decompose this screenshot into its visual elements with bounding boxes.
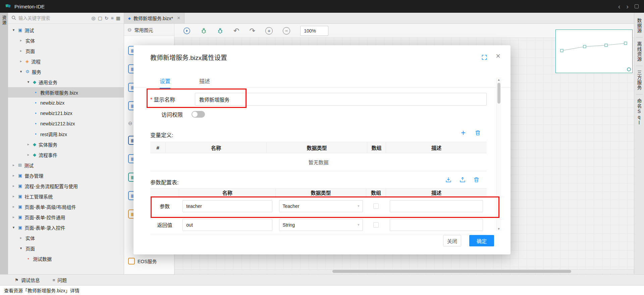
tree-item[interactable]: ●newbiz.bizx: [8, 98, 124, 108]
param-name-input[interactable]: [182, 219, 272, 231]
param-name-input[interactable]: [182, 200, 272, 212]
chevron-down-icon[interactable]: ▾: [26, 80, 31, 84]
palette-footer-item[interactable]: EOS服务: [128, 258, 157, 264]
close-button[interactable]: 关闭: [443, 235, 461, 246]
delete-variable-icon[interactable]: [475, 130, 481, 136]
minimap[interactable]: [555, 30, 633, 73]
debug-icon[interactable]: [217, 27, 223, 34]
chevron-right-icon[interactable]: ▸: [26, 142, 31, 146]
chevron-down-icon[interactable]: ▾: [11, 225, 16, 230]
nav-forward-icon[interactable]: ›: [626, 3, 629, 10]
right-rail-tab-1[interactable]: 数据源: [636, 14, 643, 38]
tree-item[interactable]: ▸▣流程-业务流程配置与使用: [8, 181, 124, 191]
redo-icon[interactable]: ↷: [250, 27, 256, 35]
left-rail-tab-resources[interactable]: 资源: [1, 15, 7, 25]
chevron-right-icon[interactable]: ▸: [19, 49, 23, 53]
tree-item[interactable]: ▸▣督办管理: [8, 170, 124, 181]
tab-problems[interactable]: ≡ 问题: [53, 277, 67, 283]
access-toggle[interactable]: [192, 111, 205, 118]
bullet-icon: ●: [26, 257, 31, 260]
tree-item[interactable]: ●教师新增服务.bizx: [8, 87, 124, 98]
tree-item[interactable]: ▾◆通用业务: [8, 77, 124, 87]
editor-tab[interactable]: ◆ 教师新增服务.bizx* ×: [124, 13, 184, 23]
tree-item[interactable]: ▾▣测试: [8, 25, 124, 35]
locate-icon[interactable]: ◎: [91, 16, 95, 20]
collapse-all-icon[interactable]: ▢: [98, 16, 102, 20]
chevron-right-icon[interactable]: ▸: [26, 153, 31, 157]
undo-icon[interactable]: ↶: [233, 27, 239, 35]
chevron-right-icon[interactable]: ▸: [11, 215, 16, 219]
param-type-select[interactable]: Teacher▾: [279, 200, 363, 212]
tree-item[interactable]: ▸▣社工管理系统: [8, 191, 124, 201]
scroll-down-icon[interactable]: ▾: [496, 227, 501, 231]
fullscreen-icon[interactable]: [482, 55, 487, 60]
tree-item[interactable]: ▸◈流程: [8, 56, 124, 66]
tree-item[interactable]: ▸实体: [8, 233, 124, 243]
tab-settings[interactable]: 设置: [160, 77, 170, 88]
search-input[interactable]: [18, 16, 89, 21]
close-icon[interactable]: ×: [496, 51, 500, 61]
scroll-up-icon[interactable]: ▴: [496, 77, 501, 82]
sort-list-icon[interactable]: ≡: [111, 16, 114, 20]
zoom-level-select[interactable]: 100%: [300, 26, 328, 36]
right-rail-tab-3[interactable]: 三方服务: [636, 66, 643, 95]
close-tab-icon[interactable]: ×: [177, 15, 180, 21]
param-array-checkbox[interactable]: [373, 203, 379, 209]
zoom-out-icon[interactable]: −: [283, 27, 290, 35]
params-table: 名称数据类型数组描述 参数Teacher▾返回值String▾: [150, 188, 487, 234]
zoom-in-icon[interactable]: +: [265, 27, 273, 35]
tree-item[interactable]: ▾▣页面-表单-录入控件: [8, 222, 124, 233]
tree-item[interactable]: ●测试数据: [8, 253, 124, 264]
tree-item[interactable]: ●rest调用.bizx: [8, 129, 124, 139]
chevron-right-icon[interactable]: ▸: [11, 173, 16, 178]
tab-description[interactable]: 描述: [199, 77, 210, 88]
tree-item[interactable]: ▸⊞测试: [8, 160, 124, 170]
chevron-down-icon[interactable]: ▾: [11, 28, 16, 32]
params-table-body: 参数Teacher▾返回值String▾: [150, 197, 487, 234]
required-mark: *: [150, 97, 152, 103]
tree-item[interactable]: ●newbiz121.bizx: [8, 108, 124, 118]
tab-debug-info[interactable]: ⚑ 调试信息: [15, 277, 40, 283]
collapse-section-icon[interactable]: ⊖: [127, 27, 132, 33]
chevron-down-icon[interactable]: ▾: [19, 246, 23, 250]
horizontal-scrollbar[interactable]: [174, 269, 634, 274]
display-name-input[interactable]: [195, 93, 487, 106]
tree-item[interactable]: ▾页面: [8, 243, 124, 253]
confirm-button[interactable]: 确定: [469, 235, 494, 246]
tree-item[interactable]: ▸▣页面-表单-控件通用: [8, 212, 124, 222]
chevron-right-icon[interactable]: ▸: [19, 236, 23, 240]
scrollbar-thumb[interactable]: [497, 83, 500, 104]
chevron-right-icon[interactable]: ▸: [19, 38, 23, 43]
right-rail-tab-2[interactable]: 离线资源: [636, 38, 643, 66]
horizontal-scrollbar-thumb[interactable]: [332, 270, 571, 273]
tree-item[interactable]: ▸实体: [8, 35, 124, 46]
chevron-right-icon[interactable]: ▸: [11, 184, 16, 188]
window-restore-icon[interactable]: [635, 4, 639, 8]
chevron-right-icon[interactable]: ▸: [19, 59, 23, 63]
dialog-scrollbar[interactable]: ▴ ▾: [496, 77, 501, 231]
tree-item[interactable]: ▸◆流程事件: [8, 150, 124, 160]
nav-back-icon[interactable]: ‹: [618, 3, 621, 10]
import-params-icon[interactable]: [445, 177, 451, 183]
grid-view-icon[interactable]: ▦: [116, 16, 120, 20]
delete-param-icon[interactable]: [474, 177, 479, 183]
tree-item[interactable]: ▸◆实体服务: [8, 139, 124, 150]
tree-item[interactable]: ▸▣页面-表单-高级/布局组件: [8, 201, 124, 212]
param-array-checkbox[interactable]: [373, 222, 379, 228]
export-params-icon[interactable]: [460, 177, 466, 183]
test-icon[interactable]: [201, 27, 207, 34]
chevron-down-icon[interactable]: ▾: [19, 69, 23, 74]
param-type-select[interactable]: String▾: [279, 219, 363, 231]
tree-item[interactable]: ▾⚙服务: [8, 66, 124, 77]
param-desc-input[interactable]: [390, 200, 483, 212]
chevron-right-icon[interactable]: ▸: [11, 194, 16, 198]
tree-item[interactable]: ●newbiz1212.bizx: [8, 118, 124, 129]
tree-item[interactable]: ▸页面: [8, 46, 124, 56]
param-desc-input[interactable]: [390, 219, 483, 231]
chevron-right-icon[interactable]: ▸: [11, 163, 16, 167]
chevron-right-icon[interactable]: ▸: [11, 204, 16, 209]
refresh-icon[interactable]: ↻: [105, 16, 109, 20]
right-rail-tab-4[interactable]: 命名Sql: [636, 95, 643, 130]
run-icon[interactable]: [183, 27, 191, 35]
add-variable-icon[interactable]: +: [461, 130, 466, 136]
